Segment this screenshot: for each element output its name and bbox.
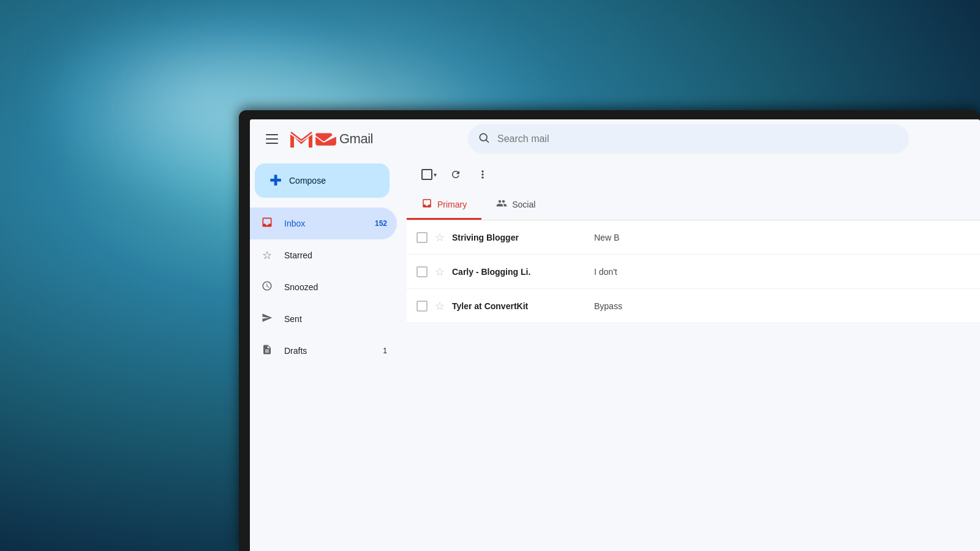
snoozed-label: Snoozed xyxy=(284,282,387,292)
email-preview-1: New B xyxy=(594,233,970,242)
search-icon xyxy=(478,132,490,147)
primary-tab-icon xyxy=(421,198,432,211)
inbox-badge: 152 xyxy=(375,219,387,228)
gmail-body: ✚ Compose Inbox 152 ☆ Starred xyxy=(250,159,980,551)
gmail-screen: Gmail ✚ Compose xyxy=(250,119,980,551)
email-toolbar: ▾ xyxy=(407,159,980,190)
header-left: Gmail xyxy=(260,127,468,151)
search-input[interactable] xyxy=(497,133,899,144)
drafts-badge: 1 xyxy=(383,347,387,355)
tab-social[interactable]: Social xyxy=(481,190,550,220)
tab-primary[interactable]: Primary xyxy=(407,190,481,220)
main-content: ▾ Primary xyxy=(407,159,980,551)
sidebar-item-starred[interactable]: ☆ Starred xyxy=(250,239,397,271)
gmail-wordmark: Gmail xyxy=(339,131,373,147)
more-vert-icon xyxy=(477,168,489,181)
snoozed-icon xyxy=(260,280,274,294)
email-list: ☆ Striving Blogger New B ☆ Carly - Blogg… xyxy=(407,220,980,551)
gmail-logo: Gmail xyxy=(290,131,373,148)
hamburger-line-2 xyxy=(266,138,278,140)
starred-label: Starred xyxy=(284,250,387,260)
email-checkbox-3[interactable] xyxy=(417,301,428,312)
hamburger-line-3 xyxy=(266,143,278,144)
gmail-m-icon xyxy=(290,131,312,148)
sidebar-item-drafts[interactable]: Drafts 1 xyxy=(250,335,397,367)
hamburger-button[interactable] xyxy=(260,127,284,151)
email-row[interactable]: ☆ Carly - Blogging Li. I don't xyxy=(407,255,980,289)
email-star-1[interactable]: ☆ xyxy=(435,231,445,244)
primary-tab-label: Primary xyxy=(437,200,467,209)
refresh-icon xyxy=(450,169,461,180)
social-tab-label: Social xyxy=(512,200,535,209)
sidebar: ✚ Compose Inbox 152 ☆ Starred xyxy=(250,159,407,551)
drafts-label: Drafts xyxy=(284,346,373,356)
email-star-2[interactable]: ☆ xyxy=(435,265,445,279)
sidebar-item-inbox[interactable]: Inbox 152 xyxy=(250,208,397,239)
sidebar-item-sent[interactable]: Sent xyxy=(250,303,397,335)
gmail-envelope-icon xyxy=(315,131,337,148)
hamburger-line-1 xyxy=(266,134,278,135)
refresh-button[interactable] xyxy=(443,162,468,187)
search-bar[interactable] xyxy=(468,124,909,154)
email-preview-2: I don't xyxy=(594,267,970,277)
select-checkbox xyxy=(421,169,432,180)
sent-label: Sent xyxy=(284,314,387,324)
email-star-3[interactable]: ☆ xyxy=(435,299,445,313)
select-chevron-icon: ▾ xyxy=(434,171,437,178)
inbox-tabs: Primary Social xyxy=(407,190,980,220)
drafts-icon xyxy=(260,344,274,358)
sent-icon xyxy=(260,312,274,326)
inbox-label: Inbox xyxy=(284,219,365,228)
more-options-button[interactable] xyxy=(470,162,495,187)
compose-button[interactable]: ✚ Compose xyxy=(255,163,390,198)
email-sender-2: Carly - Blogging Li. xyxy=(452,267,587,277)
star-icon: ☆ xyxy=(260,249,274,262)
email-checkbox-1[interactable] xyxy=(417,232,428,243)
sidebar-item-snoozed[interactable]: Snoozed xyxy=(250,271,397,303)
email-row[interactable]: ☆ Tyler at ConvertKit Bypass xyxy=(407,289,980,323)
inbox-icon xyxy=(260,216,274,231)
email-sender-1: Striving Blogger xyxy=(452,233,587,242)
gmail-header: Gmail xyxy=(250,119,980,159)
email-row[interactable]: ☆ Striving Blogger New B xyxy=(407,220,980,255)
social-tab-icon xyxy=(496,198,507,211)
select-all-button[interactable]: ▾ xyxy=(417,162,441,187)
compose-label: Compose xyxy=(289,176,326,186)
email-checkbox-2[interactable] xyxy=(417,266,428,277)
email-sender-3: Tyler at ConvertKit xyxy=(452,301,587,311)
compose-plus-icon: ✚ xyxy=(270,173,282,188)
email-preview-3: Bypass xyxy=(594,301,970,311)
